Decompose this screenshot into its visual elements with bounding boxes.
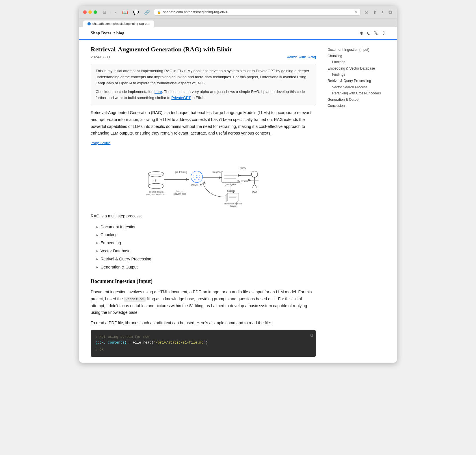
rag-diagram: {} gigantic dataset (web, wiki, books, e…: [134, 149, 273, 207]
content-wrapper: Retrieval-Augmented Generation (RAG) wit…: [79, 40, 397, 363]
doc-ingestion-heading: Document Ingestion (Input): [91, 277, 316, 286]
toc-item-doc-ingestion[interactable]: Document Ingestion (Input): [328, 47, 385, 53]
list-item: Retrival & Query Processing: [96, 255, 316, 263]
svg-text:Base LLM: Base LLM: [191, 184, 202, 187]
doc-ingestion-para2: To read a PDF file, libraries such as pd…: [91, 320, 316, 327]
github-icon[interactable]: ⊙: [367, 30, 371, 36]
svg-text:pre-training: pre-training: [175, 171, 187, 174]
tag-rag[interactable]: #rag: [308, 55, 316, 59]
list-item: Generation & Output: [96, 263, 316, 271]
toc-subitem-vector-search[interactable]: Vector Search Process: [328, 84, 385, 91]
svg-text:User: User: [252, 191, 257, 193]
reload-icon[interactable]: ↻: [354, 10, 357, 14]
intro-para1: This is my initial attempt at implementi…: [96, 68, 311, 86]
url-text: shapath.com.np/posts/beginning-rag-elixi…: [163, 10, 228, 14]
list-item: Document Ingestion: [96, 223, 316, 231]
extension-button[interactable]: 💬: [132, 9, 140, 16]
article-body: Retrieval-Augmented Generation (RAG) is …: [91, 109, 316, 357]
blog-title: Shap Bytes :: blog: [91, 31, 124, 36]
traffic-lights: [83, 10, 97, 14]
forward-button[interactable]: ›: [114, 9, 117, 15]
svg-line-21: [254, 184, 257, 188]
article-title: Retrieval-Augmented Generation (RAG) wit…: [91, 46, 316, 53]
main-content: Retrieval-Augmented Generation (RAG) wit…: [91, 46, 316, 357]
svg-text:Query: Query: [239, 167, 246, 169]
tag-elixir[interactable]: #elixir: [287, 55, 297, 59]
diagram-container: {} gigantic dataset (web, wiki, books, e…: [91, 149, 316, 207]
account-icon[interactable]: ⊙: [363, 9, 369, 16]
browser-content: Shap Bytes :: blog ⊕ ⊙ 𝕏 ☽ Retrieval-Aug…: [79, 27, 397, 363]
toc-subitem-findings2[interactable]: Findings: [328, 72, 385, 78]
minimize-button[interactable]: [88, 10, 92, 14]
code-comment2: # OR: [95, 347, 311, 353]
intro-box: This is my initial attempt at implementi…: [91, 64, 316, 105]
svg-text:dataset: dataset: [230, 205, 237, 207]
body-para1: Retrieval-Augmented Generation (RAG) is …: [91, 109, 316, 137]
toc-item-generation[interactable]: Generation & Output: [328, 97, 385, 103]
new-tab-button[interactable]: +: [380, 9, 385, 15]
rss-icon[interactable]: ⊕: [360, 30, 363, 36]
blog-nav-icons: ⊕ ⊙ 𝕏 ☽: [360, 30, 385, 36]
rag-multistep-text: RAG is a multi step process;: [91, 213, 316, 220]
toc-item-chunking[interactable]: Chunking: [328, 53, 385, 59]
list-item: Chunking: [96, 231, 316, 239]
lock-icon: 🔒: [157, 10, 161, 14]
code-comment1: # Not using stream for now: [95, 334, 311, 340]
tab-overview-button[interactable]: ⧉: [387, 9, 393, 15]
intro-para2: Checkout the code implementation here. T…: [96, 89, 311, 101]
article-date: 2024-07-30: [91, 55, 110, 59]
privategpt-link[interactable]: PrivateGPT: [171, 96, 191, 100]
article-tags: #elixir #llm #rag: [287, 55, 316, 59]
blog-header: Shap Bytes :: blog ⊕ ⊙ 𝕏 ☽: [79, 27, 397, 40]
toc-item-embedding[interactable]: Embedding & Vector Database: [328, 66, 385, 72]
svg-line-20: [252, 184, 254, 188]
copy-icon[interactable]: ⧉: [310, 332, 313, 339]
toc-item-retrival[interactable]: Retrival & Query Processing: [328, 78, 385, 84]
profile-button[interactable]: 🔗: [143, 9, 151, 16]
doc-ingestion-para1: Document ingestion involves using a HTML…: [91, 289, 316, 316]
back-button[interactable]: ‹: [109, 9, 112, 15]
here-link[interactable]: here: [155, 89, 162, 94]
svg-text:relevant docs: relevant docs: [174, 193, 186, 195]
tab-favicon: 🔵: [87, 22, 91, 25]
svg-point-8: [191, 171, 202, 182]
code-line1: {:ok, contents} = File.read("/priv/stati…: [95, 340, 311, 346]
article-list: Document Ingestion Chunking Embedding Ve…: [96, 223, 316, 271]
nav-controls: ⊟ ‹ ›: [102, 9, 117, 15]
list-item: Embedding: [96, 239, 316, 247]
image-source-link[interactable]: Image Source: [91, 140, 316, 146]
svg-point-17: [251, 171, 258, 177]
svg-text:gigantic dataset: gigantic dataset: [149, 191, 163, 193]
tab-label: shapath.com.np/posts/beginning-rag-elixi…: [92, 22, 150, 25]
svg-rect-31: [227, 193, 239, 201]
reader-mode-button[interactable]: 📖: [121, 9, 129, 16]
list-item: Vector Database: [96, 247, 316, 255]
svg-text:Query +: Query +: [176, 190, 183, 193]
maximize-button[interactable]: [94, 10, 97, 14]
twitter-icon[interactable]: 𝕏: [374, 30, 378, 36]
active-tab[interactable]: 🔵 shapath.com.np/posts/beginning-rag-eli…: [83, 20, 154, 27]
browser-window: ⊟ ‹ › 📖 💬 🔗 🔒 shapath.com.np/posts/begin…: [79, 6, 397, 363]
toc-item-conclusion[interactable]: Conclusion: [328, 103, 385, 109]
sidebar-toggle-button[interactable]: ⊟: [102, 9, 107, 15]
reddit-s1-code: Reddit S1: [124, 297, 146, 302]
svg-text:{}: {}: [154, 178, 156, 182]
tab-bar: 🔵 shapath.com.np/posts/beginning-rag-eli…: [79, 19, 397, 27]
toc-subitem-findings1[interactable]: Findings: [328, 59, 385, 66]
svg-text:(web, wiki, books, etc): (web, wiki, books, etc): [146, 193, 166, 196]
theme-toggle-icon[interactable]: ☽: [381, 30, 385, 36]
article-meta: 2024-07-30 #elixir #llm #rag: [91, 55, 316, 59]
toc-subitem-reranking[interactable]: Reranking with Cross-Encoders: [328, 90, 385, 97]
title-bar: ⊟ ‹ › 📖 💬 🔗 🔒 shapath.com.np/posts/begin…: [79, 6, 397, 19]
close-button[interactable]: [83, 10, 87, 14]
tag-llm[interactable]: #llm: [299, 55, 306, 59]
share-button[interactable]: ⬆: [372, 9, 378, 16]
svg-text:Response: Response: [237, 180, 248, 182]
toolbar-right: ⊙ ⬆ + ⧉: [363, 9, 393, 16]
table-of-contents: Document Ingestion (Input) Chunking Find…: [328, 46, 385, 357]
code-block: ⧉ # Not using stream for now {:ok, conte…: [91, 330, 316, 357]
address-bar[interactable]: 🔒 shapath.com.np/posts/beginning-rag-eli…: [154, 9, 360, 16]
